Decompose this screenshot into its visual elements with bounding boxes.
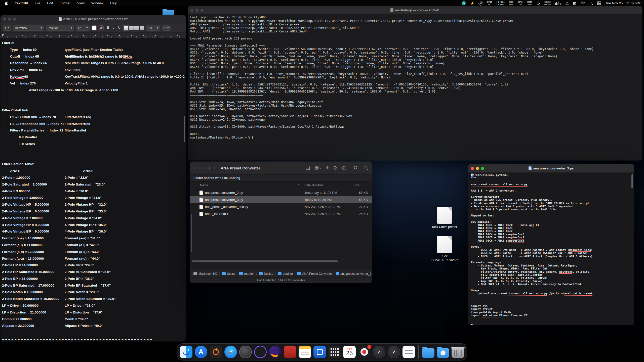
list-view-sort-button[interactable] bbox=[306, 166, 310, 170]
wifi-icon[interactable] bbox=[581, 0, 585, 6]
finder-file-row[interactable]: ana preset converter_3.pyToday at 10:28 … bbox=[190, 196, 372, 203]
dock-lens-app-icon[interactable] bbox=[239, 346, 252, 358]
textedit-traffic-lights[interactable] bbox=[3, 18, 16, 21]
teal-app-status-icon[interactable] bbox=[462, 0, 466, 6]
finder-file-row[interactable]: ana2_init.SndPrNov 23, 2025 at 2:17 PM24… bbox=[190, 210, 372, 217]
dock-knob-app-1-icon[interactable] bbox=[373, 346, 385, 358]
dock-finder-icon[interactable] bbox=[180, 346, 192, 358]
path-item[interactable]: ana preset converter_3.py bbox=[336, 272, 372, 276]
dock-app-store-icon[interactable]: A bbox=[195, 346, 207, 358]
desktop-file-kick-curve-ana2-sndpr[interactable]: KickCurve_A...2.SndPr bbox=[431, 236, 458, 262]
font-size-select[interactable]: 12 bbox=[76, 25, 90, 31]
dock-trash-icon[interactable] bbox=[452, 347, 464, 358]
minimize-button[interactable] bbox=[8, 18, 11, 21]
tab-stop-marker[interactable] bbox=[106, 35, 108, 36]
font-style-select[interactable]: Regular bbox=[46, 25, 74, 31]
menu-format[interactable]: Format bbox=[60, 1, 70, 5]
textedit-document[interactable]: Filter 2:Type → Index 69typeFilter1 (see… bbox=[1, 38, 186, 341]
menu-help[interactable]: Help bbox=[110, 1, 117, 5]
tab-stop-marker[interactable] bbox=[46, 35, 48, 36]
dock-power-app-icon[interactable] bbox=[210, 346, 222, 358]
line-spacing-select[interactable]: 1.0 bbox=[146, 25, 160, 31]
paragraph-style-select[interactable]: ¶ bbox=[3, 25, 11, 31]
path-item[interactable]: Macintosh HD bbox=[193, 272, 217, 276]
terminal-titlebar[interactable]: martinharp — -zsh — 257×41 bbox=[188, 6, 642, 15]
view-options-button[interactable] bbox=[315, 166, 321, 170]
zoom-button[interactable] bbox=[481, 167, 484, 170]
dock-blue-frame-app-icon[interactable] bbox=[313, 346, 326, 358]
more-actions-button[interactable] bbox=[342, 166, 349, 170]
dock-textedit-icon[interactable] bbox=[403, 346, 415, 358]
battery-lightning-icon[interactable]: ⚡ bbox=[470, 0, 475, 6]
dock-downloads-folder-icon[interactable]: ↓ bbox=[437, 348, 449, 358]
close-button[interactable] bbox=[3, 18, 6, 21]
tab-stop-marker[interactable] bbox=[143, 35, 145, 36]
dock-target-app-icon[interactable] bbox=[358, 346, 371, 358]
tab-stop-marker[interactable] bbox=[118, 35, 120, 36]
search-icon[interactable] bbox=[364, 166, 368, 170]
minimize-button[interactable] bbox=[198, 167, 201, 169]
close-button[interactable] bbox=[193, 167, 196, 169]
tab-stop-marker[interactable] bbox=[34, 35, 36, 36]
text-color-well[interactable] bbox=[92, 25, 97, 30]
dock-notes-icon[interactable] bbox=[299, 346, 311, 358]
dock-knob-app-2-icon[interactable] bbox=[388, 346, 400, 358]
zoom-button[interactable] bbox=[203, 167, 206, 169]
menu-view[interactable]: View bbox=[77, 1, 85, 5]
network-speed-stat[interactable]: ↑ 1 KB/s ↓ 1 KB/s bbox=[496, 1, 505, 6]
apple-menu-icon[interactable] bbox=[5, 0, 8, 6]
back-button[interactable]: ‹ bbox=[208, 165, 211, 171]
font-family-select[interactable]: Helvetica bbox=[13, 25, 44, 31]
terminal-prompt[interactable]: martinharp@Martins-Mac-Studio ~ % bbox=[190, 136, 642, 139]
terminal-traffic-lights[interactable] bbox=[190, 9, 204, 12]
cpu-temp-stat[interactable]: CPU98° bbox=[487, 1, 492, 6]
menu-clock[interactable]: Tue Nov 25 11:32 PM bbox=[605, 1, 640, 5]
italic-button[interactable]: I bbox=[111, 26, 116, 30]
dock-firefox-icon[interactable] bbox=[269, 346, 281, 358]
path-item[interactable]: martinh bbox=[239, 272, 254, 276]
minimize-button[interactable] bbox=[476, 167, 479, 170]
share-button[interactable] bbox=[326, 166, 329, 170]
menu-edit[interactable]: Edit bbox=[47, 1, 53, 5]
menu-app-name[interactable]: TextEdit bbox=[15, 1, 28, 5]
terminal-output[interactable]: Last login: Tue Nov 25 22:56:30 on ttys0… bbox=[188, 15, 642, 139]
dock-red-app-icon[interactable] bbox=[284, 346, 296, 358]
finder-path-bar[interactable]: Macintosh HD›Users›martinh›Deskto›ana1 t… bbox=[190, 270, 372, 277]
dock-purple-ring-app-icon[interactable] bbox=[254, 346, 267, 358]
warning-icon[interactable]: ⚠ bbox=[565, 0, 569, 6]
minimize-button[interactable] bbox=[195, 9, 198, 12]
disk-io-stat[interactable]: 0 KB/s0 KB/s bbox=[544, 1, 551, 6]
menu-file[interactable]: File bbox=[35, 1, 40, 5]
textedit-titlebar[interactable]: ANA1 TO ANA2 preset converter notes.rtf bbox=[1, 15, 186, 23]
dock-step-sequencer-app-icon[interactable] bbox=[328, 346, 341, 358]
list-style-select[interactable]: ≡ bbox=[162, 25, 171, 31]
align-right-button[interactable] bbox=[134, 26, 139, 30]
dropbox-button[interactable] bbox=[353, 166, 360, 170]
path-item[interactable]: ANA Preset Converter bbox=[297, 272, 332, 276]
tab-stop-marker[interactable] bbox=[22, 35, 24, 36]
finder-file-row[interactable]: ana_preset_converter_osc.pyNov 23, 2025 … bbox=[190, 203, 372, 210]
tab-stop-marker[interactable] bbox=[131, 35, 133, 36]
tab-stop-marker[interactable] bbox=[155, 35, 157, 36]
finder-file-row[interactable]: ana preset converter_2.pyYesterday at 11… bbox=[190, 189, 372, 196]
zoom-button[interactable] bbox=[200, 9, 204, 12]
text-background-color-button[interactable]: a bbox=[99, 25, 104, 30]
editor-content[interactable]: #!/usr/bin/env python3""" ana_preset_con… bbox=[468, 173, 634, 325]
eq-meter-icon[interactable] bbox=[555, 2, 561, 5]
finder-hscrollbar[interactable] bbox=[192, 260, 338, 262]
path-item[interactable]: Users bbox=[222, 272, 235, 276]
textedit-vscrollbar[interactable] bbox=[184, 116, 185, 142]
tab-stop-marker[interactable] bbox=[70, 35, 72, 36]
editor-traffic-lights[interactable] bbox=[471, 167, 484, 170]
forward-button[interactable]: › bbox=[213, 165, 216, 171]
editor-vscrollbar[interactable] bbox=[631, 174, 633, 188]
path-item[interactable]: ana1 to bbox=[278, 272, 293, 276]
finder-column-headers[interactable]: Name ⌃ Date Modified Size bbox=[190, 182, 372, 189]
dock-safari-icon[interactable] bbox=[224, 346, 237, 358]
menu-window[interactable]: Window bbox=[91, 1, 103, 5]
mem-stat[interactable]: MEM20% bbox=[527, 1, 532, 6]
textedit-ruler[interactable] bbox=[1, 33, 186, 38]
column-date-modified[interactable]: Date Modified bbox=[304, 184, 323, 187]
desktop-file-kick-curve-preset[interactable]: Kick Curve.preset bbox=[431, 207, 458, 229]
align-center-button[interactable] bbox=[129, 26, 134, 30]
